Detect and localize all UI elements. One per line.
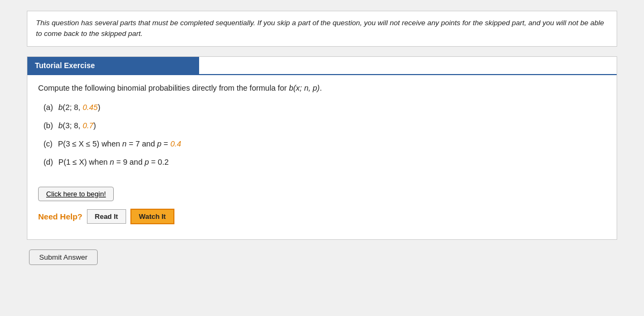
formula-label: b(x; n, p) <box>289 84 319 92</box>
question-part-c: (c) P(3 ≤ X ≤ 5) when n = 7 and p = 0.4 <box>38 139 606 148</box>
notice-box: This question has several parts that mus… <box>27 11 617 47</box>
part-a-b: b <box>58 103 63 112</box>
question-intro: Compute the following binomial probabili… <box>38 84 606 92</box>
submit-button[interactable]: Submit Answer <box>29 249 98 265</box>
help-row: Need Help? Read It Watch It <box>38 209 606 224</box>
tutorial-header-label: Tutorial Exercise <box>35 61 95 70</box>
question-part-d: (d) P(1 ≤ X) when n = 9 and p = 0.2 <box>38 158 606 166</box>
question-body: Compute the following binomial probabili… <box>27 84 617 166</box>
part-c-label: (c) <box>43 139 53 148</box>
part-c-text: P(3 ≤ X ≤ 5) when n = 7 and p = <box>58 139 170 148</box>
question-part-a: (a) b(2; 8, 0.45) <box>38 103 606 112</box>
question-part-b: (b) b(3; 8, 0.7) <box>38 121 606 130</box>
watch-it-button[interactable]: Watch It <box>130 209 174 224</box>
part-a-suffix: ) <box>98 103 100 112</box>
part-c-highlight: 0.4 <box>170 139 181 148</box>
part-b-highlight: 0.7 <box>83 121 93 130</box>
part-a-label: (a) <box>43 103 53 112</box>
need-help-label: Need Help? <box>38 212 83 221</box>
tutorial-header: Tutorial Exercise <box>27 57 199 74</box>
tutorial-header-row: Tutorial Exercise <box>27 57 617 75</box>
part-b-prefix: (3; 8, <box>63 121 83 130</box>
submit-row: Submit Answer <box>27 249 617 265</box>
part-d-text: P(1 ≤ X) when n = 9 and p = 0.2 <box>58 158 169 166</box>
part-d-label: (d) <box>43 158 53 166</box>
part-a-highlight: 0.45 <box>83 103 98 112</box>
part-b-suffix: ) <box>93 121 96 130</box>
read-it-button[interactable]: Read It <box>87 209 126 224</box>
part-a-prefix: (2; 8, <box>63 103 83 112</box>
notice-text: This question has several parts that mus… <box>36 19 604 38</box>
part-b-label: (b) <box>43 121 53 130</box>
actions-row: Click here to begin! Need Help? Read It … <box>27 176 617 229</box>
page-wrapper: This question has several parts that mus… <box>27 11 617 265</box>
begin-button[interactable]: Click here to begin! <box>38 187 114 201</box>
main-content: Tutorial Exercise Compute the following … <box>27 56 617 240</box>
part-b-b: b <box>58 121 63 130</box>
